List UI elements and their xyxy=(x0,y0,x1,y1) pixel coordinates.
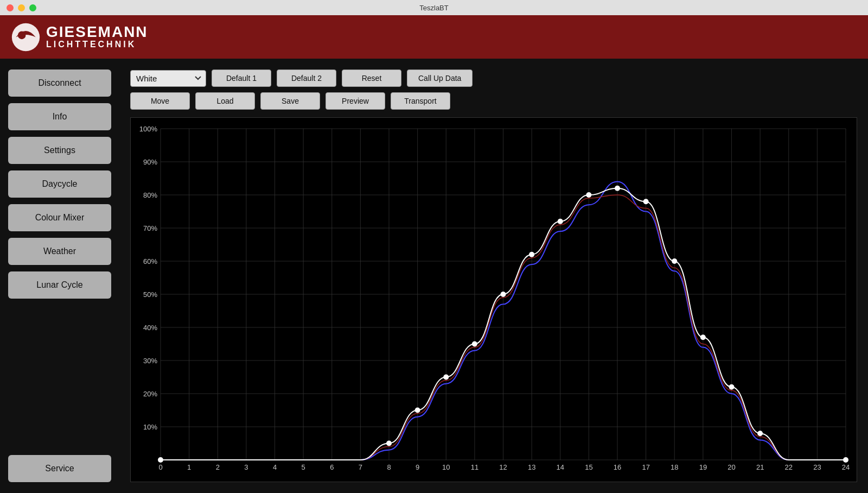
sidebar-item-disconnect[interactable]: Disconnect xyxy=(8,69,111,97)
title-bar: TeszlaBT xyxy=(0,0,868,15)
logo: GIESEMANN LICHTTECHNIK xyxy=(11,22,148,52)
minimize-button[interactable] xyxy=(18,4,25,11)
preview-button[interactable]: Preview xyxy=(326,92,385,110)
sidebar-item-weather[interactable]: Weather xyxy=(8,238,111,265)
logo-name: GIESEMANN xyxy=(46,24,148,40)
sidebar-item-lunar-cycle[interactable]: Lunar Cycle xyxy=(8,271,111,299)
content-area: White Blue Red Green Default 1 Default 2… xyxy=(119,59,868,493)
sidebar-item-info[interactable]: Info xyxy=(8,103,111,130)
move-button[interactable]: Move xyxy=(130,92,190,110)
sidebar-item-colour-mixer[interactable]: Colour Mixer xyxy=(8,204,111,231)
reset-button[interactable]: Reset xyxy=(342,69,401,87)
close-button[interactable] xyxy=(7,4,14,11)
daycycle-chart[interactable] xyxy=(131,118,857,482)
load-button[interactable]: Load xyxy=(195,92,255,110)
app-header: GIESEMANN LICHTTECHNIK xyxy=(0,15,868,59)
window-title: TeszlaBT xyxy=(419,4,448,12)
logo-text: GIESEMANN LICHTTECHNIK xyxy=(46,24,148,49)
svg-point-1 xyxy=(18,31,26,39)
transport-button[interactable]: Transport xyxy=(391,92,450,110)
maximize-button[interactable] xyxy=(29,4,36,11)
callupdata-button[interactable]: Call Up Data xyxy=(407,69,473,87)
sidebar-item-service[interactable]: Service xyxy=(8,455,111,482)
toolbar: White Blue Red Green Default 1 Default 2… xyxy=(130,69,857,110)
sidebar-item-daycycle[interactable]: Daycycle xyxy=(8,170,111,198)
default2-button[interactable]: Default 2 xyxy=(277,69,336,87)
logo-icon xyxy=(11,22,41,52)
sidebar: Disconnect Info Settings Daycycle Colour… xyxy=(0,59,119,493)
default1-button[interactable]: Default 1 xyxy=(212,69,271,87)
sidebar-item-settings[interactable]: Settings xyxy=(8,137,111,164)
chart-container xyxy=(130,117,857,482)
save-button[interactable]: Save xyxy=(260,92,320,110)
main-content: Disconnect Info Settings Daycycle Colour… xyxy=(0,59,868,493)
svg-point-0 xyxy=(12,23,40,50)
window-controls xyxy=(7,4,36,11)
toolbar-row-2: Move Load Save Preview Transport xyxy=(130,92,857,110)
channel-dropdown[interactable]: White Blue Red Green xyxy=(130,70,206,87)
toolbar-row-1: White Blue Red Green Default 1 Default 2… xyxy=(130,69,857,87)
logo-subtitle: LICHTTECHNIK xyxy=(46,40,148,49)
